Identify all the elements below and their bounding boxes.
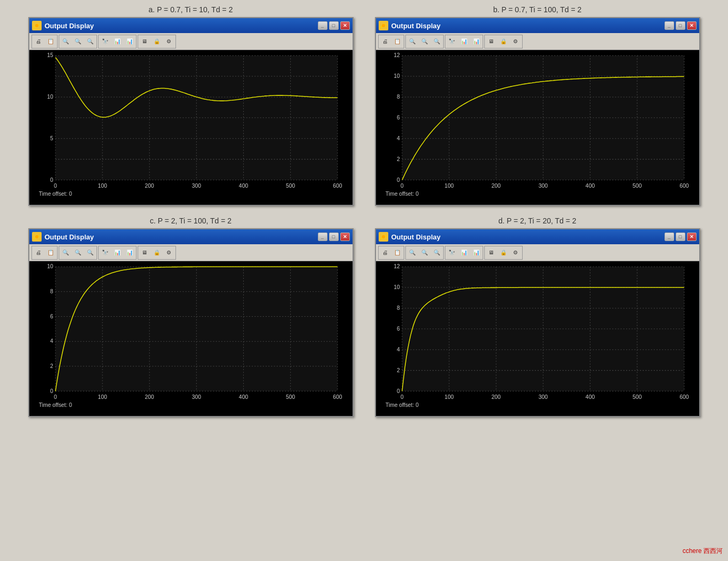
toolbar-extra-2[interactable]: ⚙ bbox=[163, 36, 175, 47]
toolbar-zoom-2[interactable]: 🔍 bbox=[431, 247, 443, 259]
toolbar-data-0[interactable]: 🔭 bbox=[446, 36, 458, 47]
svg-text:8: 8 bbox=[397, 94, 400, 100]
svg-text:10: 10 bbox=[47, 264, 53, 269]
toolbar-data-1[interactable]: 📊 bbox=[458, 36, 470, 47]
svg-text:400: 400 bbox=[585, 183, 595, 189]
toolbar-btn-0[interactable]: 🖨 bbox=[33, 36, 44, 47]
svg-text:300: 300 bbox=[191, 394, 201, 400]
maximize-button[interactable]: □ bbox=[329, 233, 339, 241]
toolbar-btn-0[interactable]: 🖨 bbox=[379, 36, 391, 47]
svg-text:300: 300 bbox=[538, 183, 548, 189]
toolbar-zoom-0[interactable]: 🔍 bbox=[406, 247, 418, 259]
toolbar-extra-0[interactable]: 🖥 bbox=[485, 36, 497, 47]
toolbar-btn-1[interactable]: 📋 bbox=[391, 36, 403, 47]
toolbar-data-1[interactable]: 📊 bbox=[458, 247, 470, 259]
svg-text:600: 600 bbox=[333, 394, 342, 400]
svg-text:0: 0 bbox=[50, 388, 53, 394]
svg-text:300: 300 bbox=[191, 183, 201, 189]
svg-point-61 bbox=[35, 235, 38, 238]
maximize-button[interactable]: □ bbox=[329, 21, 339, 30]
toolbar-extra-1[interactable]: 🔒 bbox=[498, 36, 509, 47]
caption-c: c. P = 2, Ti = 100, Td = 2 bbox=[150, 217, 231, 225]
minimize-button[interactable]: _ bbox=[318, 21, 327, 30]
svg-text:0: 0 bbox=[401, 183, 404, 189]
maximize-button[interactable]: □ bbox=[676, 233, 685, 241]
svg-text:10: 10 bbox=[394, 284, 400, 290]
toolbar-data-2[interactable]: 📊 bbox=[470, 36, 482, 47]
close-button[interactable]: ✕ bbox=[687, 21, 697, 30]
titlebar: Output Display_□✕ bbox=[29, 229, 353, 244]
toolbar-extra-1[interactable]: 🔒 bbox=[151, 36, 163, 47]
svg-text:4: 4 bbox=[397, 135, 400, 141]
toolbar-zoom-1[interactable]: 🔍 bbox=[72, 36, 84, 47]
toolbar-btn-0[interactable]: 🖨 bbox=[379, 247, 391, 259]
svg-text:400: 400 bbox=[238, 394, 248, 400]
svg-text:200: 200 bbox=[145, 183, 154, 189]
svg-text:4: 4 bbox=[397, 347, 400, 352]
close-button[interactable]: ✕ bbox=[687, 233, 697, 241]
toolbar-zoom-1[interactable]: 🔍 bbox=[72, 247, 84, 259]
toolbar-zoom-1[interactable]: 🔍 bbox=[419, 247, 430, 259]
toolbar-btn-0[interactable]: 🖨 bbox=[33, 247, 44, 259]
svg-text:100: 100 bbox=[98, 394, 107, 400]
svg-text:8: 8 bbox=[397, 305, 400, 311]
toolbar-extra-0[interactable]: 🖥 bbox=[139, 36, 150, 47]
toolbar-btn-1[interactable]: 📋 bbox=[45, 247, 57, 259]
svg-text:100: 100 bbox=[444, 183, 454, 189]
toolbar-zoom-2[interactable]: 🔍 bbox=[431, 36, 443, 47]
toolbar-data-0[interactable]: 🔭 bbox=[99, 247, 111, 259]
svg-text:100: 100 bbox=[444, 394, 454, 400]
window-c: Output Display_□✕🖨📋🔍🔍🔍🔭📊📊🖥🔒⚙024681001002… bbox=[28, 228, 354, 417]
svg-text:15: 15 bbox=[47, 53, 53, 58]
svg-text:500: 500 bbox=[633, 394, 642, 400]
toolbar-data-2[interactable]: 📊 bbox=[124, 36, 135, 47]
svg-text:12: 12 bbox=[394, 264, 400, 269]
svg-text:100: 100 bbox=[98, 183, 107, 189]
toolbar-data-1[interactable]: 📊 bbox=[111, 247, 123, 259]
toolbar-zoom-1[interactable]: 🔍 bbox=[419, 36, 430, 47]
toolbar-zoom-0[interactable]: 🔍 bbox=[406, 36, 418, 47]
close-button[interactable]: ✕ bbox=[340, 21, 350, 30]
toolbar-extra-0[interactable]: 🖥 bbox=[485, 247, 497, 259]
maximize-button[interactable]: □ bbox=[676, 21, 685, 30]
svg-text:0: 0 bbox=[50, 177, 53, 183]
toolbar-btn-1[interactable]: 📋 bbox=[45, 36, 57, 47]
minimize-button[interactable]: _ bbox=[318, 233, 327, 241]
close-button[interactable]: ✕ bbox=[340, 233, 350, 241]
toolbar-data-0[interactable]: 🔭 bbox=[99, 36, 111, 47]
cell-a: a. P = 0.7, Ti = 10, Td = 2Output Displa… bbox=[23, 5, 359, 206]
toolbar-btn-1[interactable]: 📋 bbox=[391, 247, 403, 259]
app-icon bbox=[379, 21, 388, 30]
toolbar-data-0[interactable]: 🔭 bbox=[446, 247, 458, 259]
window-title: Output Display bbox=[391, 22, 665, 30]
toolbar-data-2[interactable]: 📊 bbox=[124, 247, 135, 259]
plot-area: 0510150100200300400500600Time offset: 0 bbox=[29, 50, 353, 205]
svg-text:500: 500 bbox=[286, 183, 295, 189]
caption-d: d. P = 2, Ti = 20, Td = 2 bbox=[498, 217, 576, 225]
toolbar-extra-2[interactable]: ⚙ bbox=[163, 247, 175, 259]
svg-text:0: 0 bbox=[54, 183, 57, 189]
svg-point-0 bbox=[35, 24, 38, 27]
toolbar-data-2[interactable]: 📊 bbox=[470, 247, 482, 259]
toolbar-data-1[interactable]: 📊 bbox=[111, 36, 123, 47]
toolbar-zoom-2[interactable]: 🔍 bbox=[84, 36, 96, 47]
toolbar-extra-2[interactable]: ⚙ bbox=[510, 247, 522, 259]
svg-text:4: 4 bbox=[50, 338, 53, 344]
svg-text:200: 200 bbox=[491, 183, 501, 189]
toolbar-extra-2[interactable]: ⚙ bbox=[510, 36, 522, 47]
svg-text:5: 5 bbox=[50, 135, 53, 141]
svg-text:8: 8 bbox=[50, 288, 53, 294]
plot-area: 0246810120100200300400500600Time offset:… bbox=[376, 50, 699, 205]
minimize-button[interactable]: _ bbox=[665, 21, 674, 30]
svg-text:10: 10 bbox=[394, 73, 400, 79]
toolbar-extra-1[interactable]: 🔒 bbox=[151, 247, 163, 259]
toolbar-zoom-2[interactable]: 🔍 bbox=[84, 247, 96, 259]
toolbar-zoom-0[interactable]: 🔍 bbox=[60, 36, 71, 47]
titlebar: Output Display_□✕ bbox=[376, 229, 699, 244]
minimize-button[interactable]: _ bbox=[665, 233, 674, 241]
svg-text:600: 600 bbox=[679, 394, 689, 400]
toolbar-zoom-0[interactable]: 🔍 bbox=[60, 247, 71, 259]
toolbar-extra-0[interactable]: 🖥 bbox=[139, 247, 150, 259]
toolbar-extra-1[interactable]: 🔒 bbox=[498, 247, 509, 259]
caption-a: a. P = 0.7, Ti = 10, Td = 2 bbox=[149, 5, 233, 14]
